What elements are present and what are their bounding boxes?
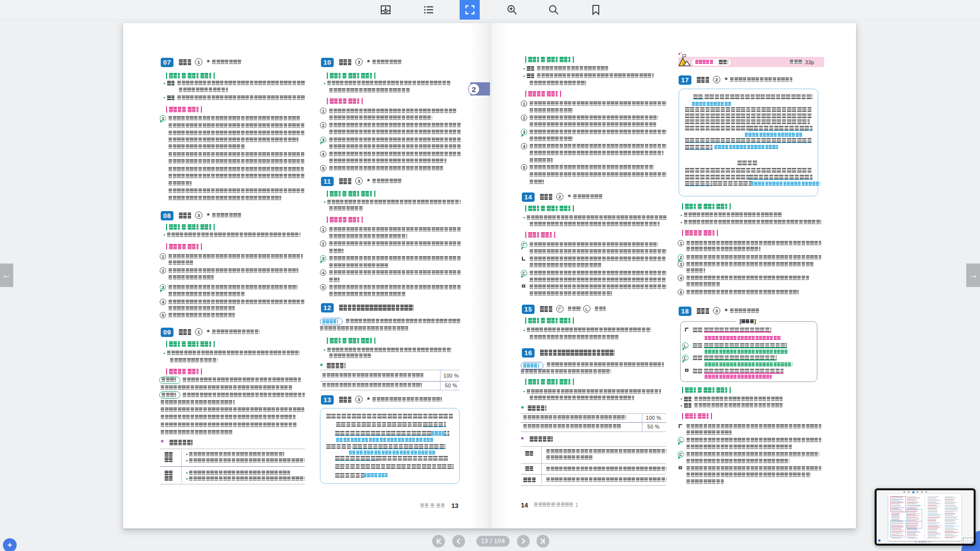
svg-text:1: 1 — [682, 62, 685, 66]
